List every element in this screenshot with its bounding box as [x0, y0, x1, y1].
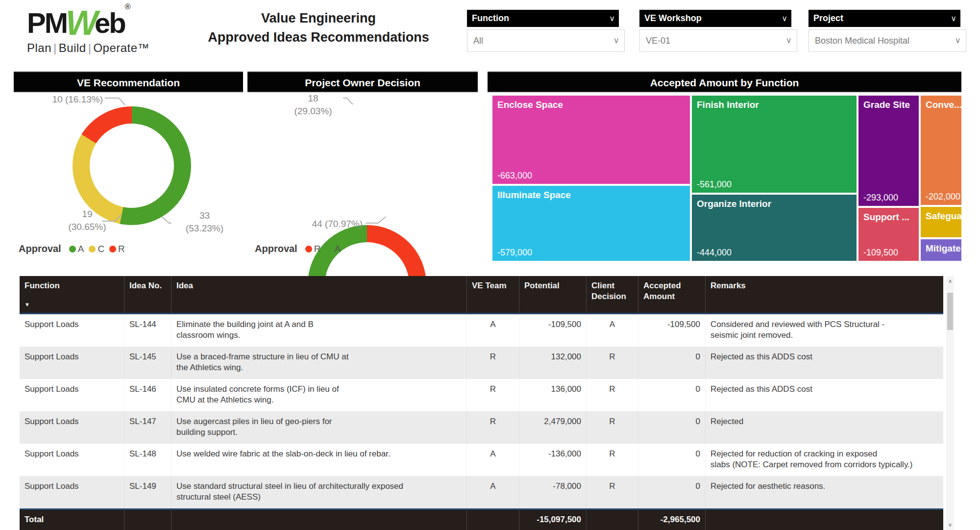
table-row-sl-144[interactable]: Support Loads SL-144 Eliminate the build… — [20, 314, 943, 347]
cell-client-decision: R — [587, 347, 638, 379]
cell-client-decision: R — [587, 476, 638, 508]
red-dot-icon — [109, 246, 116, 252]
cell-potential: -136,000 — [519, 444, 587, 476]
filter-function-header[interactable]: Function ∨ — [467, 10, 619, 27]
treemap-tile-mitigate[interactable]: Mitigate ... — [921, 239, 961, 261]
legend-item-a[interactable]: A — [325, 244, 341, 254]
cell-idea-no: SL-149 — [124, 476, 172, 508]
green-dot-icon — [69, 246, 76, 252]
cell-potential: 2,479,000 — [519, 411, 587, 444]
filter-project-label: Project — [813, 13, 843, 23]
chevron-down-icon[interactable]: ∨ — [782, 10, 787, 27]
filter-ve-workshop-label: VE Workshop — [644, 13, 702, 23]
filter-ve-workshop-header[interactable]: VE Workshop ∨ — [639, 10, 791, 27]
column-header-ve-team[interactable]: VE Team — [467, 276, 519, 313]
cell-accepted-amount: 0 — [638, 411, 706, 444]
donut-label-r: 44 (70.97%) — [288, 218, 363, 230]
table-row-sl-146[interactable]: Support Loads SL-146 Use insulated concr… — [20, 379, 943, 411]
cell-function: Support Loads — [20, 347, 124, 379]
filter-function-dropdown[interactable]: All ∨ — [467, 29, 625, 52]
filter-function-value: All — [473, 36, 483, 46]
cell-ve-team: A — [467, 476, 519, 508]
tile-label: Organize Interior — [697, 199, 852, 209]
cell-accepted-amount: 0 — [638, 444, 706, 476]
chevron-down-icon[interactable]: ∨ — [955, 30, 961, 51]
chevron-down-icon[interactable]: ∨ — [951, 10, 956, 27]
table-header-row: Function ▼ Idea No. Idea VE Team Potenti… — [20, 276, 943, 314]
cell-function: Support Loads — [20, 379, 124, 411]
column-header-accepted-amount[interactable]: Accepted Amount — [638, 276, 706, 313]
sort-descending-icon[interactable]: ▼ — [24, 299, 119, 310]
table-row-sl-145[interactable]: Support Loads SL-145 Use a braced-frame … — [20, 347, 943, 379]
tile-label: Grade Site — [863, 100, 914, 110]
cell-remarks: Considered and reviewed with PCS Structu… — [706, 314, 943, 347]
donut-label-a: 33 (53.23%) — [174, 209, 235, 235]
filter-project-header[interactable]: Project ∨ — [808, 10, 960, 27]
filter-project-dropdown[interactable]: Boston Medical Hospital ∨ — [808, 29, 966, 52]
column-header-potential[interactable]: Potential — [519, 276, 587, 313]
filter-project: Project ∨ Boston Medical Hospital ∨ — [808, 10, 966, 52]
cell-ve-team: A — [467, 314, 519, 347]
cell-idea: Use standard structural steel in lieu of… — [172, 476, 467, 508]
cell-potential: -78,000 — [519, 476, 587, 508]
cell-accepted-amount: -109,500 — [638, 314, 706, 347]
tagline-plan: Plan — [27, 41, 51, 54]
scroll-down-icon[interactable]: ∨ — [946, 522, 954, 528]
legend-item-label: C — [98, 244, 104, 254]
tile-value: -444,000 — [697, 248, 732, 258]
table-scrollbar[interactable]: ∧ ∨ — [946, 276, 954, 530]
tagline-separator: | — [51, 41, 59, 54]
table-row-sl-148[interactable]: Support Loads SL-148 Use welded wire fab… — [20, 444, 943, 476]
page-title-line2: Approved Ideas Recommendations — [167, 30, 470, 45]
tagline-operate: Operate™ — [93, 41, 149, 54]
legend-item-c[interactable]: C — [89, 244, 104, 254]
treemap-chart: Enclose Space -663,000 Illuminate Space … — [492, 96, 961, 261]
green-dot-icon — [325, 246, 332, 252]
treemap-tile-illuminate-space[interactable]: Illuminate Space -579,000 — [492, 186, 690, 261]
treemap-tile-safeguar[interactable]: Safeguar... — [921, 207, 961, 237]
yellow-dot-icon — [89, 246, 96, 252]
treemap-tile-grade-site[interactable]: Grade Site -293,000 — [858, 96, 919, 206]
cell-client-decision: A — [587, 314, 638, 347]
legend-item-r[interactable]: R — [305, 244, 321, 254]
total-idea-no — [124, 510, 172, 530]
cell-remarks: Rejected for reduction of cracking in ex… — [706, 444, 943, 476]
cell-remarks: Rejected as this ADDS cost — [706, 347, 943, 379]
column-header-idea-no[interactable]: Idea No. — [124, 276, 172, 313]
legend-item-a[interactable]: A — [69, 244, 84, 254]
scrollbar-thumb[interactable] — [947, 293, 953, 330]
filter-ve-workshop-dropdown[interactable]: VE-01 ∨ — [639, 29, 797, 52]
column-header-remarks[interactable]: Remarks — [706, 276, 943, 313]
treemap-tile-organize-interior[interactable]: Organize Interior -444,000 — [692, 195, 857, 261]
ve-recommendation-title: VE Recommendation — [14, 72, 243, 92]
ve-recommendation-legend: Approval A C R — [19, 243, 125, 254]
logo-text-eb: eb — [95, 7, 125, 39]
column-header-idea[interactable]: Idea — [172, 276, 467, 313]
tile-value: -663,000 — [497, 171, 532, 181]
column-header-function[interactable]: Function ▼ — [20, 276, 124, 313]
chevron-down-icon[interactable]: ∨ — [613, 30, 619, 51]
ve-recommendation-donut-chart[interactable] — [73, 106, 191, 225]
treemap-tile-finish-interior[interactable]: Finish Interior -561,000 — [692, 96, 857, 193]
treemap-tile-enclose-space[interactable]: Enclose Space -663,000 — [492, 96, 690, 184]
total-client-decision — [587, 510, 638, 530]
treemap-tile-support[interactable]: Support ... -109,500 — [858, 208, 919, 261]
project-owner-decision-title: Project Owner Decision — [247, 72, 478, 92]
legend-item-label: A — [78, 244, 84, 254]
cell-client-decision: R — [587, 411, 638, 444]
donut-label-a: 18 (29.03%) — [286, 92, 341, 118]
scroll-up-icon[interactable]: ∧ — [946, 278, 954, 284]
treemap-tile-conve[interactable]: Conve... -202,000 — [921, 96, 961, 205]
tile-label: Illuminate Space — [497, 190, 685, 201]
table-row-sl-149[interactable]: Support Loads SL-149 Use standard struct… — [20, 476, 943, 508]
cell-idea: Use insulated concrete forms (ICF) in li… — [172, 379, 467, 411]
cell-function: Support Loads — [20, 476, 124, 508]
chevron-down-icon[interactable]: ∨ — [609, 10, 615, 27]
tile-value: -561,000 — [697, 179, 732, 190]
chevron-down-icon[interactable]: ∨ — [786, 30, 792, 51]
red-dot-icon — [305, 246, 312, 252]
column-header-client-decision[interactable]: Client Decision — [587, 276, 638, 313]
tile-label: Conve... — [926, 100, 956, 110]
legend-item-r[interactable]: R — [109, 244, 125, 254]
table-row-sl-147[interactable]: Support Loads SL-147 Use augercast piles… — [20, 411, 943, 444]
